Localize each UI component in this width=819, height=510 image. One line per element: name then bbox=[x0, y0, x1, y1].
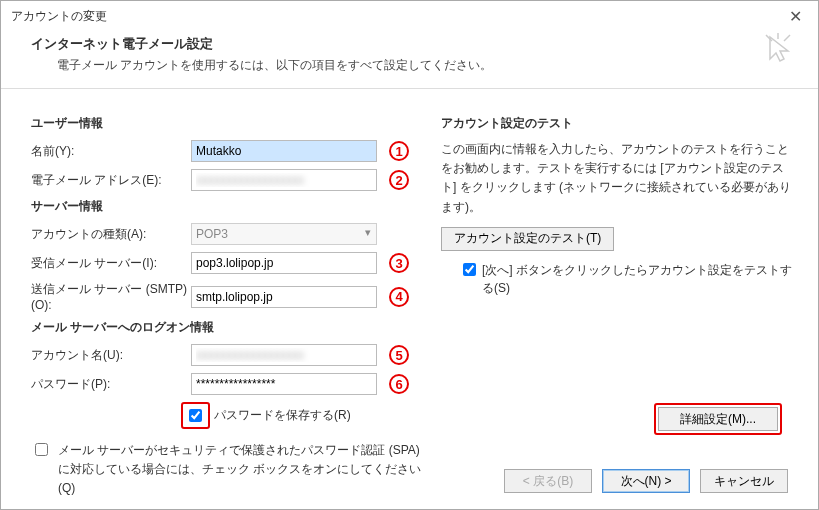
header: インターネット電子メール設定 電子メール アカウントを使用するには、以下の項目を… bbox=[1, 31, 818, 89]
save-password-highlight bbox=[181, 402, 210, 429]
window-title: アカウントの変更 bbox=[11, 8, 107, 25]
user-section-title: ユーザー情報 bbox=[31, 115, 431, 132]
account-change-dialog: アカウントの変更 ✕ インターネット電子メール設定 電子メール アカウントを使用… bbox=[0, 0, 819, 510]
cursor-icon bbox=[764, 33, 796, 65]
badge-4: 4 bbox=[389, 287, 409, 307]
test-settings-button[interactable]: アカウント設定のテスト(T) bbox=[441, 227, 614, 251]
outgoing-input[interactable] bbox=[191, 286, 377, 308]
incoming-input[interactable] bbox=[191, 252, 377, 274]
test-description: この画面内に情報を入力したら、アカウントのテストを行うことをお勧めします。テスト… bbox=[441, 140, 792, 217]
password-input[interactable] bbox=[191, 373, 377, 395]
username-input[interactable] bbox=[191, 344, 377, 366]
test-section-title: アカウント設定のテスト bbox=[441, 115, 792, 132]
badge-2: 2 bbox=[389, 170, 409, 190]
badge-1: 1 bbox=[389, 141, 409, 161]
save-password-checkbox[interactable] bbox=[189, 409, 202, 422]
email-label: 電子メール アドレス(E): bbox=[31, 172, 191, 189]
header-subtitle: 電子メール アカウントを使用するには、以下の項目をすべて設定してください。 bbox=[57, 57, 788, 74]
test-on-next-label: [次へ] ボタンをクリックしたらアカウント設定をテストする(S) bbox=[482, 261, 792, 297]
badge-3: 3 bbox=[389, 253, 409, 273]
account-type-label: アカウントの種類(A): bbox=[31, 226, 191, 243]
back-button: < 戻る(B) bbox=[504, 469, 592, 493]
titlebar: アカウントの変更 ✕ bbox=[1, 1, 818, 31]
server-section-title: サーバー情報 bbox=[31, 198, 431, 215]
username-label: アカウント名(U): bbox=[31, 347, 191, 364]
badge-5: 5 bbox=[389, 345, 409, 365]
email-input[interactable] bbox=[191, 169, 377, 191]
badge-6: 6 bbox=[389, 374, 409, 394]
svg-line-2 bbox=[784, 35, 790, 41]
name-label: 名前(Y): bbox=[31, 143, 191, 160]
logon-section-title: メール サーバーへのログオン情報 bbox=[31, 319, 431, 336]
outgoing-label: 送信メール サーバー (SMTP)(O): bbox=[31, 281, 191, 312]
incoming-label: 受信メール サーバー(I): bbox=[31, 255, 191, 272]
close-icon[interactable]: ✕ bbox=[783, 5, 808, 28]
cancel-button[interactable]: キャンセル bbox=[700, 469, 788, 493]
header-title: インターネット電子メール設定 bbox=[31, 35, 788, 53]
password-label: パスワード(P): bbox=[31, 376, 191, 393]
spa-checkbox[interactable] bbox=[35, 443, 48, 456]
test-on-next-checkbox[interactable] bbox=[463, 263, 476, 276]
spa-label: メール サーバーがセキュリティで保護されたパスワード認証 (SPA) に対応して… bbox=[58, 441, 431, 499]
detail-settings-button[interactable]: 詳細設定(M)... bbox=[658, 407, 778, 431]
save-password-label: パスワードを保存する(R) bbox=[214, 407, 351, 424]
footer: < 戻る(B) 次へ(N) > キャンセル bbox=[504, 469, 788, 493]
next-button[interactable]: 次へ(N) > bbox=[602, 469, 690, 493]
detail-settings-highlight: 詳細設定(M)... bbox=[654, 403, 782, 435]
account-type-select: POP3 bbox=[191, 223, 377, 245]
name-input[interactable] bbox=[191, 140, 377, 162]
